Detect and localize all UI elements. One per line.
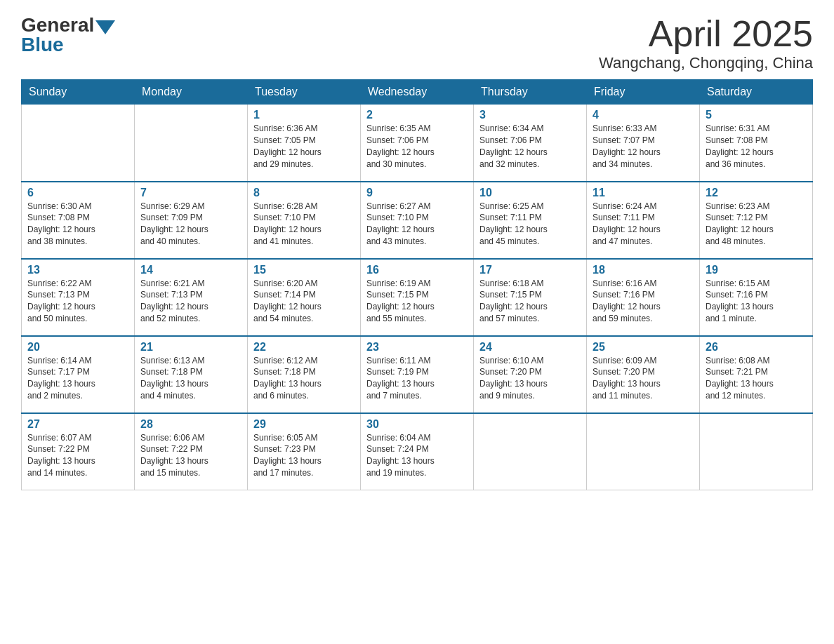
day-info: Sunrise: 6:04 AM Sunset: 7:24 PM Dayligh… [366, 432, 468, 479]
day-info: Sunrise: 6:07 AM Sunset: 7:22 PM Dayligh… [27, 432, 128, 479]
day-info: Sunrise: 6:15 AM Sunset: 7:16 PM Dayligh… [706, 278, 807, 325]
calendar-week-row: 1Sunrise: 6:36 AM Sunset: 7:05 PM Daylig… [22, 105, 813, 182]
day-number: 5 [706, 109, 807, 121]
calendar-header-friday: Friday [587, 80, 700, 105]
calendar-day-cell: 29Sunrise: 6:05 AM Sunset: 7:23 PM Dayli… [248, 413, 361, 490]
calendar-day-cell: 10Sunrise: 6:25 AM Sunset: 7:11 PM Dayli… [474, 182, 587, 259]
day-number: 7 [140, 187, 241, 199]
calendar-day-cell: 12Sunrise: 6:23 AM Sunset: 7:12 PM Dayli… [700, 182, 813, 259]
calendar-day-cell: 23Sunrise: 6:11 AM Sunset: 7:19 PM Dayli… [361, 336, 474, 413]
day-number: 8 [253, 187, 355, 199]
day-number: 10 [479, 187, 581, 199]
calendar-week-row: 6Sunrise: 6:30 AM Sunset: 7:08 PM Daylig… [22, 182, 813, 259]
day-number: 24 [479, 341, 581, 354]
day-number: 16 [366, 264, 468, 276]
day-number: 30 [366, 418, 468, 431]
day-number: 15 [253, 264, 355, 276]
day-number: 13 [27, 264, 128, 276]
day-number: 9 [366, 187, 468, 199]
calendar-day-cell [22, 105, 135, 182]
day-info: Sunrise: 6:22 AM Sunset: 7:13 PM Dayligh… [27, 278, 128, 325]
calendar-day-cell: 30Sunrise: 6:04 AM Sunset: 7:24 PM Dayli… [361, 413, 474, 490]
calendar-day-cell: 4Sunrise: 6:33 AM Sunset: 7:07 PM Daylig… [587, 105, 700, 182]
calendar-day-cell: 25Sunrise: 6:09 AM Sunset: 7:20 PM Dayli… [587, 336, 700, 413]
calendar-week-row: 27Sunrise: 6:07 AM Sunset: 7:22 PM Dayli… [22, 413, 813, 490]
day-info: Sunrise: 6:34 AM Sunset: 7:06 PM Dayligh… [479, 123, 581, 170]
calendar-day-cell: 3Sunrise: 6:34 AM Sunset: 7:06 PM Daylig… [474, 105, 587, 182]
calendar-header-tuesday: Tuesday [248, 80, 361, 105]
day-number: 19 [706, 264, 807, 276]
day-number: 28 [140, 418, 241, 431]
calendar-day-cell: 5Sunrise: 6:31 AM Sunset: 7:08 PM Daylig… [700, 105, 813, 182]
logo: General Blue [21, 14, 115, 56]
day-info: Sunrise: 6:30 AM Sunset: 7:08 PM Dayligh… [27, 201, 128, 248]
calendar-day-cell: 1Sunrise: 6:36 AM Sunset: 7:05 PM Daylig… [248, 105, 361, 182]
day-number: 17 [479, 264, 581, 276]
logo-blue-text: Blue [21, 34, 64, 56]
calendar-day-cell: 26Sunrise: 6:08 AM Sunset: 7:21 PM Dayli… [700, 336, 813, 413]
day-info: Sunrise: 6:33 AM Sunset: 7:07 PM Dayligh… [593, 123, 694, 170]
calendar-week-row: 20Sunrise: 6:14 AM Sunset: 7:17 PM Dayli… [22, 336, 813, 413]
calendar-header-row: SundayMondayTuesdayWednesdayThursdayFrid… [22, 80, 813, 105]
day-info: Sunrise: 6:25 AM Sunset: 7:11 PM Dayligh… [479, 201, 581, 248]
day-info: Sunrise: 6:31 AM Sunset: 7:08 PM Dayligh… [706, 123, 807, 170]
day-info: Sunrise: 6:21 AM Sunset: 7:13 PM Dayligh… [140, 278, 241, 325]
calendar-day-cell: 17Sunrise: 6:18 AM Sunset: 7:15 PM Dayli… [474, 259, 587, 336]
calendar-header-saturday: Saturday [700, 80, 813, 105]
calendar-day-cell: 19Sunrise: 6:15 AM Sunset: 7:16 PM Dayli… [700, 259, 813, 336]
day-number: 26 [706, 341, 807, 354]
location-text: Wangchang, Chongqing, China [599, 54, 813, 72]
day-number: 18 [593, 264, 694, 276]
day-number: 12 [706, 187, 807, 199]
day-info: Sunrise: 6:18 AM Sunset: 7:15 PM Dayligh… [479, 278, 581, 325]
day-number: 23 [366, 341, 468, 354]
day-info: Sunrise: 6:08 AM Sunset: 7:21 PM Dayligh… [706, 355, 807, 402]
day-info: Sunrise: 6:14 AM Sunset: 7:17 PM Dayligh… [27, 355, 128, 402]
day-number: 4 [593, 109, 694, 121]
calendar-day-cell: 27Sunrise: 6:07 AM Sunset: 7:22 PM Dayli… [22, 413, 135, 490]
day-info: Sunrise: 6:11 AM Sunset: 7:19 PM Dayligh… [366, 355, 468, 402]
calendar-day-cell [587, 413, 700, 490]
day-number: 3 [479, 109, 581, 121]
day-info: Sunrise: 6:12 AM Sunset: 7:18 PM Dayligh… [253, 355, 355, 402]
calendar-day-cell: 18Sunrise: 6:16 AM Sunset: 7:16 PM Dayli… [587, 259, 700, 336]
day-number: 6 [27, 187, 128, 199]
day-info: Sunrise: 6:28 AM Sunset: 7:10 PM Dayligh… [253, 201, 355, 248]
day-number: 11 [593, 187, 694, 199]
day-number: 27 [27, 418, 128, 431]
calendar-day-cell: 20Sunrise: 6:14 AM Sunset: 7:17 PM Dayli… [22, 336, 135, 413]
calendar-day-cell: 13Sunrise: 6:22 AM Sunset: 7:13 PM Dayli… [22, 259, 135, 336]
calendar-day-cell: 6Sunrise: 6:30 AM Sunset: 7:08 PM Daylig… [22, 182, 135, 259]
page-header: General Blue April 2025 Wangchang, Chong… [21, 14, 813, 72]
day-info: Sunrise: 6:09 AM Sunset: 7:20 PM Dayligh… [593, 355, 694, 402]
day-info: Sunrise: 6:05 AM Sunset: 7:23 PM Dayligh… [253, 432, 355, 479]
calendar-day-cell: 22Sunrise: 6:12 AM Sunset: 7:18 PM Dayli… [248, 336, 361, 413]
day-number: 22 [253, 341, 355, 354]
day-number: 25 [593, 341, 694, 354]
calendar-table: SundayMondayTuesdayWednesdayThursdayFrid… [21, 79, 813, 490]
day-info: Sunrise: 6:16 AM Sunset: 7:16 PM Dayligh… [593, 278, 694, 325]
month-title: April 2025 [599, 14, 813, 54]
day-number: 29 [253, 418, 355, 431]
day-info: Sunrise: 6:29 AM Sunset: 7:09 PM Dayligh… [140, 201, 241, 248]
day-info: Sunrise: 6:06 AM Sunset: 7:22 PM Dayligh… [140, 432, 241, 479]
day-info: Sunrise: 6:20 AM Sunset: 7:14 PM Dayligh… [253, 278, 355, 325]
day-info: Sunrise: 6:24 AM Sunset: 7:11 PM Dayligh… [593, 201, 694, 248]
day-info: Sunrise: 6:27 AM Sunset: 7:10 PM Dayligh… [366, 201, 468, 248]
calendar-header-monday: Monday [135, 80, 248, 105]
calendar-header-sunday: Sunday [22, 80, 135, 105]
day-info: Sunrise: 6:36 AM Sunset: 7:05 PM Dayligh… [253, 123, 355, 170]
day-number: 2 [366, 109, 468, 121]
day-number: 21 [140, 341, 241, 354]
title-section: April 2025 Wangchang, Chongqing, China [599, 14, 813, 72]
day-number: 20 [27, 341, 128, 354]
calendar-day-cell: 15Sunrise: 6:20 AM Sunset: 7:14 PM Dayli… [248, 259, 361, 336]
calendar-day-cell: 28Sunrise: 6:06 AM Sunset: 7:22 PM Dayli… [135, 413, 248, 490]
day-number: 14 [140, 264, 241, 276]
logo-triangle-icon [95, 20, 115, 34]
calendar-day-cell: 11Sunrise: 6:24 AM Sunset: 7:11 PM Dayli… [587, 182, 700, 259]
calendar-day-cell: 14Sunrise: 6:21 AM Sunset: 7:13 PM Dayli… [135, 259, 248, 336]
day-info: Sunrise: 6:13 AM Sunset: 7:18 PM Dayligh… [140, 355, 241, 402]
calendar-day-cell: 24Sunrise: 6:10 AM Sunset: 7:20 PM Dayli… [474, 336, 587, 413]
day-info: Sunrise: 6:19 AM Sunset: 7:15 PM Dayligh… [366, 278, 468, 325]
